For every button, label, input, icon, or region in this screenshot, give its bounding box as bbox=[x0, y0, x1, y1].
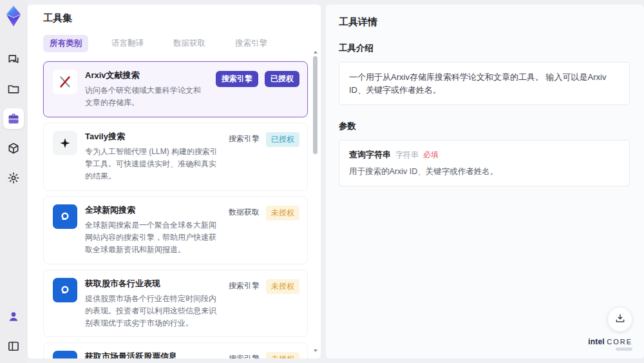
folder-icon bbox=[7, 83, 20, 95]
tool-detail-panel: 工具详情 工具介绍 一个用于从Arxiv存储库搜索科学论文和文章的工具。 输入可… bbox=[326, 5, 644, 358]
tab-search-engine[interactable]: 搜索引擎 bbox=[229, 35, 274, 52]
chat-icon bbox=[7, 53, 20, 66]
tab-all-categories[interactable]: 所有类别 bbox=[43, 35, 88, 52]
cube-icon bbox=[7, 142, 20, 155]
core-brand-text: core bbox=[607, 338, 632, 346]
tool-status-badge: 未授权 bbox=[266, 206, 299, 221]
tool-category-label: 数据获取 bbox=[229, 206, 260, 218]
scroll-up-arrow[interactable] bbox=[314, 51, 317, 54]
toolbox-icon bbox=[7, 112, 20, 125]
tool-card-global-news[interactable]: 全球新闻搜索 全球新闻搜索是一个聚合全球各大新闻网站内容的搜索引擎，帮助用户快速… bbox=[43, 196, 308, 264]
intro-heading: 工具介绍 bbox=[339, 43, 630, 54]
tool-card-sector-performance[interactable]: 获取股市各行业表现 提供股票市场各个行业在特定时间段内的表现。投资者可以利用这些… bbox=[43, 270, 308, 338]
tool-description: 访问各个研究领域大量科学论文和文章的存储库。 bbox=[85, 84, 208, 109]
app-rail bbox=[0, 0, 27, 363]
intel-brand-text: intel bbox=[588, 337, 605, 346]
sidebar-item-chat[interactable] bbox=[3, 49, 24, 70]
sidebar-item-tools[interactable] bbox=[3, 108, 24, 129]
arxiv-icon bbox=[53, 70, 77, 94]
download-button[interactable] bbox=[608, 308, 632, 331]
tool-card-active-stocks[interactable]: 获取市场最活跃股票信息 提供当天交易量最高的股票列表。投资者可以利用这些信息来识… bbox=[43, 342, 308, 358]
intel-core-logo: intel core bbox=[588, 337, 632, 351]
tool-description: 全球新闻搜索是一个聚合全球各大新闻网站内容的搜索引擎，帮助用户快速获取全球最新资… bbox=[85, 219, 221, 256]
sidebar-item-settings[interactable] bbox=[3, 168, 24, 188]
sidebar-item-files[interactable] bbox=[3, 79, 24, 99]
tab-data-fetch[interactable]: 数据获取 bbox=[167, 35, 212, 52]
tab-language-translation[interactable]: 语言翻译 bbox=[105, 35, 150, 52]
tool-status-badge: 已授权 bbox=[265, 71, 299, 87]
user-icon bbox=[7, 310, 20, 323]
tool-name: 获取市场最活跃股票信息 bbox=[85, 351, 221, 358]
scrollbar-thumb[interactable] bbox=[313, 56, 317, 154]
tool-name: 全球新闻搜索 bbox=[85, 204, 221, 216]
intro-box: 一个用于从Arxiv存储库搜索科学论文和文章的工具。 输入可以是Arxiv ID… bbox=[339, 62, 630, 105]
param-name: 查询字符串 bbox=[349, 149, 391, 161]
tool-card-list: Arxiv文献搜索 访问各个研究领域大量科学论文和文章的存储库。 搜索引擎 已授… bbox=[28, 60, 321, 358]
sparkle-icon bbox=[53, 131, 77, 155]
sidebar-item-panel-toggle[interactable] bbox=[3, 336, 24, 357]
tool-card-arxiv[interactable]: Arxiv文献搜索 访问各个研究领域大量科学论文和文章的存储库。 搜索引擎 已授… bbox=[43, 61, 308, 117]
param-type: 字符串 bbox=[395, 150, 419, 161]
tool-status-badge: 未授权 bbox=[266, 279, 299, 294]
tool-category-badge: 搜索引擎 bbox=[216, 71, 258, 87]
tool-description: 提供股票市场各个行业在特定时间段内的表现。投资者可以利用这些信息来识别表现优于或… bbox=[85, 293, 221, 329]
tool-description: 专为人工智能代理 (LLM) 构建的搜索引擎工具。可快速提供实时、准确和真实的结… bbox=[85, 146, 221, 182]
tool-category-label: 搜索引擎 bbox=[229, 279, 260, 291]
sidebar-item-user[interactable] bbox=[3, 306, 24, 327]
app-logo-icon bbox=[4, 5, 23, 27]
tool-status-badge: 未授权 bbox=[266, 352, 299, 358]
stock-search-icon bbox=[53, 278, 77, 302]
param-description: 用于搜索的Arxiv ID、关键字或作者姓名。 bbox=[349, 166, 620, 177]
page-title: 工具集 bbox=[28, 5, 321, 25]
main-area: 工具集 所有类别 语言翻译 数据获取 搜索引擎 A bbox=[27, 0, 644, 363]
sidebar-item-packages[interactable] bbox=[3, 138, 24, 159]
tool-category-label: 搜索引擎 bbox=[229, 352, 260, 358]
gear-icon bbox=[7, 172, 20, 184]
download-icon bbox=[614, 313, 626, 327]
tool-list-panel: 工具集 所有类别 语言翻译 数据获取 搜索引擎 A bbox=[28, 5, 321, 358]
tool-name: 获取股市各行业表现 bbox=[85, 278, 221, 289]
list-scrollbar[interactable] bbox=[313, 51, 317, 352]
news-search-icon bbox=[53, 204, 77, 229]
tool-category-label: 搜索引擎 bbox=[229, 132, 260, 144]
tool-card-tavily[interactable]: Tavily搜索 专为人工智能代理 (LLM) 构建的搜索引擎工具。可快速提供实… bbox=[43, 123, 308, 191]
tool-name: Tavily搜索 bbox=[85, 131, 221, 142]
stock-search-icon bbox=[53, 351, 77, 358]
params-heading: 参数 bbox=[339, 121, 630, 132]
app-window: 工具集 所有类别 语言翻译 数据获取 搜索引擎 A bbox=[0, 0, 644, 363]
tool-name: Arxiv文献搜索 bbox=[85, 70, 208, 81]
category-tabs: 所有类别 语言翻译 数据获取 搜索引擎 bbox=[28, 25, 321, 60]
tool-status-badge: 已授权 bbox=[266, 132, 299, 147]
param-required-badge: 必填 bbox=[423, 150, 439, 161]
param-box: 查询字符串 字符串 必填 用于搜索的Arxiv ID、关键字或作者姓名。 bbox=[339, 140, 630, 186]
panel-layout-icon bbox=[7, 340, 20, 353]
intel-logo-sub-bar bbox=[616, 348, 632, 351]
detail-title: 工具详情 bbox=[339, 16, 630, 28]
intro-text: 一个用于从Arxiv存储库搜索科学论文和文章的工具。 输入可以是Arxiv ID… bbox=[349, 71, 620, 96]
scroll-down-arrow[interactable] bbox=[314, 349, 317, 352]
